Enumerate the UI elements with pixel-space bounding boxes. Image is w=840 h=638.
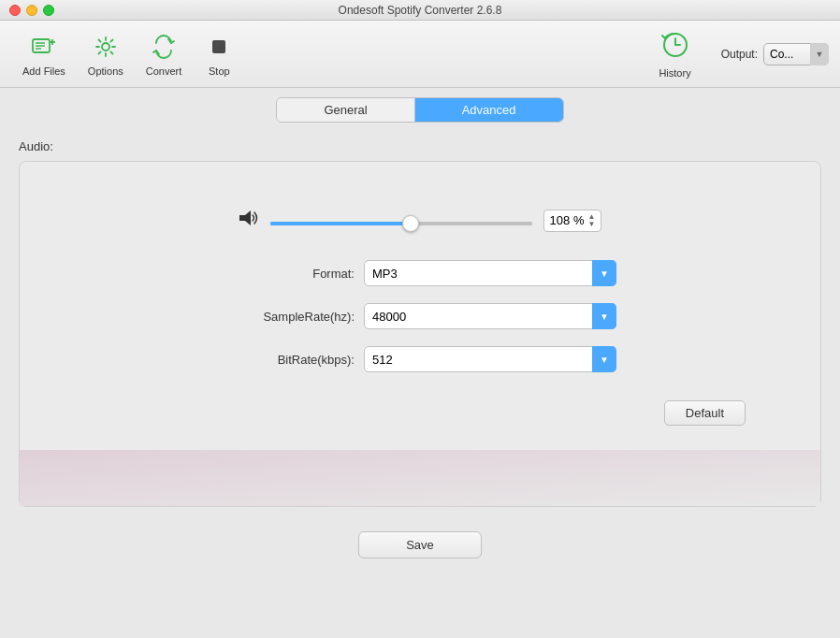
bitrate-label: BitRate(kbps): (224, 353, 355, 367)
tab-group: General Advanced (276, 97, 563, 123)
gear-icon (91, 32, 121, 62)
window-controls (9, 5, 54, 16)
samplerate-label: SampleRate(hz): (224, 310, 355, 324)
output-label: Output: (721, 48, 758, 61)
stop-icon (204, 32, 234, 62)
window-title: Ondesoft Spotify Converter 2.6.8 (339, 4, 502, 17)
options-label: Options (88, 65, 123, 77)
minimize-button[interactable] (26, 5, 37, 16)
convert-button[interactable]: Convert (135, 24, 194, 84)
svg-marker-9 (239, 210, 251, 225)
tab-general[interactable]: General (277, 98, 414, 122)
volume-slider[interactable] (270, 222, 532, 225)
toolbar: Add Files Options Convert (0, 21, 840, 88)
close-button[interactable] (9, 5, 21, 16)
audio-row: 108 % ▲ ▼ (38, 209, 802, 232)
content-panel: 108 % ▲ ▼ Format: MP3 AAC FLAC WAV O (19, 161, 821, 507)
bitrate-select[interactable]: 128 192 256 320 512 (364, 346, 616, 372)
save-row: Save (0, 531, 840, 558)
bitrate-row: BitRate(kbps): 128 192 256 320 512 ▼ (224, 346, 616, 372)
maximize-button[interactable] (43, 5, 54, 16)
output-area: Output: Co... ▼ (721, 43, 829, 65)
svg-rect-7 (212, 40, 225, 53)
volume-slider-container[interactable] (270, 212, 532, 229)
format-row: Format: MP3 AAC FLAC WAV OGG AIFF ▼ (224, 260, 616, 286)
samplerate-row: SampleRate(hz): 22050 44100 48000 96000 … (224, 303, 616, 329)
percent-down-button[interactable]: ▼ (587, 221, 595, 228)
history-button[interactable]: History (647, 22, 702, 86)
form-section: Format: MP3 AAC FLAC WAV OGG AIFF ▼ Samp… (38, 260, 802, 372)
convert-icon (149, 32, 179, 62)
history-icon (659, 29, 691, 64)
add-files-icon (29, 32, 59, 62)
output-select-wrap[interactable]: Co... ▼ (763, 43, 829, 65)
volume-icon (239, 209, 259, 232)
history-label: History (659, 67, 690, 79)
default-btn-row: Default (38, 400, 802, 426)
tab-bar: General Advanced (0, 88, 840, 130)
percent-display: 108 % ▲ ▼ (543, 210, 602, 232)
main-content: Audio: 108 % ▲ ▼ (0, 130, 840, 516)
bottom-gradient (20, 450, 820, 506)
add-files-button[interactable]: Add Files (11, 24, 77, 84)
percent-spinners[interactable]: ▲ ▼ (587, 213, 595, 228)
audio-section-label: Audio: (19, 139, 821, 153)
toolbar-right: History Output: Co... ▼ (647, 22, 829, 86)
convert-label: Convert (146, 65, 182, 77)
save-button[interactable]: Save (358, 531, 482, 558)
options-button[interactable]: Options (77, 24, 135, 84)
samplerate-select[interactable]: 22050 44100 48000 96000 (364, 303, 616, 329)
percent-value: 108 % (550, 213, 585, 227)
format-label: Format: (224, 267, 355, 281)
title-bar: Ondesoft Spotify Converter 2.6.8 (0, 0, 840, 21)
format-select-wrap[interactable]: MP3 AAC FLAC WAV OGG AIFF ▼ (364, 260, 616, 286)
stop-button[interactable]: Stop (193, 24, 245, 84)
tab-advanced[interactable]: Advanced (415, 98, 563, 122)
add-files-label: Add Files (22, 65, 65, 77)
output-select[interactable]: Co... (763, 43, 829, 65)
samplerate-select-wrap[interactable]: 22050 44100 48000 96000 ▼ (364, 303, 616, 329)
bitrate-select-wrap[interactable]: 128 192 256 320 512 ▼ (364, 346, 616, 372)
format-select[interactable]: MP3 AAC FLAC WAV OGG AIFF (364, 260, 616, 286)
svg-point-6 (102, 43, 109, 51)
stop-label: Stop (209, 65, 230, 77)
default-button[interactable]: Default (664, 400, 746, 426)
